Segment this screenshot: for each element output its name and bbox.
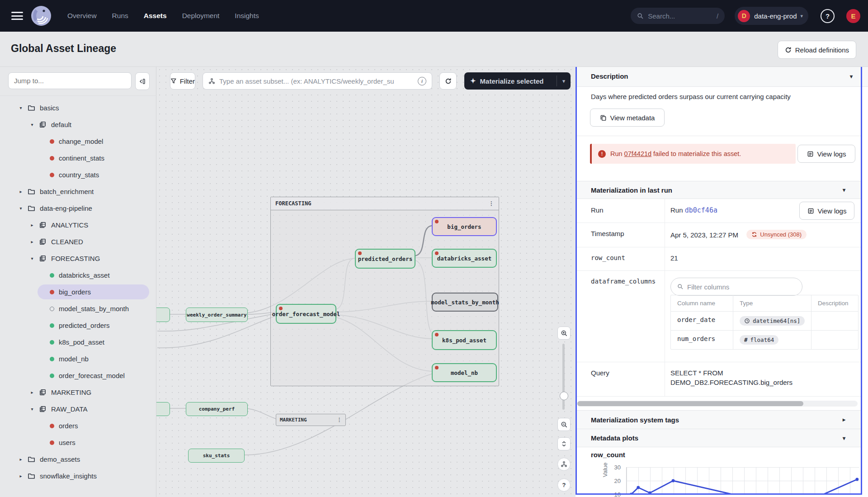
tree-item-databricks_asset[interactable]: databricks_asset (0, 267, 156, 284)
dataframe-columns-value: Filter columns Column name Type Descript… (665, 270, 861, 362)
filter-columns-input[interactable]: Filter columns (670, 278, 802, 296)
refresh-graph-button[interactable] (439, 72, 457, 90)
hamburger-menu-icon[interactable] (11, 12, 23, 20)
chevron-down-icon[interactable]: ▾ (850, 73, 853, 80)
tree-item-marketing[interactable]: ▸MARKETING (0, 384, 156, 401)
caret-right-icon[interactable]: ▸ (18, 473, 24, 478)
search-icon (637, 13, 644, 19)
caret-right-icon[interactable]: ▸ (18, 189, 24, 194)
graph-node-databricks_asset[interactable]: databricks_asset (432, 249, 497, 268)
refresh-icon (445, 78, 452, 85)
graph-layout-button[interactable] (557, 458, 571, 471)
nav-link-overview[interactable]: Overview (67, 12, 97, 20)
caret-right-icon[interactable]: ▸ (29, 390, 35, 395)
view-logs-button[interactable]: View logs (797, 145, 855, 163)
caret-down-icon[interactable]: ▾ (29, 256, 35, 261)
nav-link-runs[interactable]: Runs (112, 12, 128, 20)
tree-item-orders[interactable]: orders (0, 417, 156, 434)
caret-right-icon[interactable]: ▸ (29, 239, 35, 244)
run-id-link[interactable]: db0cf46a (685, 206, 717, 214)
caret-down-icon[interactable]: ▾ (18, 206, 24, 211)
nav-link-insights[interactable]: Insights (235, 12, 259, 20)
graph-node-k8s_pod_asset[interactable]: k8s_pod_asset (432, 330, 497, 350)
graph-node-predicted_orders[interactable]: predicted_orders (355, 249, 415, 269)
graph-node-weekly_order_summary[interactable]: weekly_order_summary (186, 308, 248, 322)
zoom-in-button[interactable] (557, 327, 571, 340)
deployment-switcher[interactable]: D data-eng-prod ▾ (735, 7, 808, 25)
graph-node-model_stats_by_month[interactable]: model_stats_by_month (432, 293, 498, 312)
caret-down-icon[interactable]: ▾ (18, 105, 24, 110)
node-status-dot (435, 220, 439, 223)
global-search-input[interactable]: Search... / (631, 8, 725, 24)
tree-item-big_orders[interactable]: big_orders (0, 284, 156, 300)
view-metadata-button[interactable]: View metadata (590, 109, 665, 127)
collapse-sidebar-button[interactable] (135, 72, 150, 90)
graph-node-company_perf[interactable]: company_perf (186, 402, 248, 416)
chevron-down-icon[interactable]: ▾ (557, 78, 571, 84)
jump-to-input[interactable] (8, 72, 132, 89)
graph-node-cutoff-1[interactable] (156, 308, 170, 322)
tree-item-order_forecast_model[interactable]: order_forecast_model (0, 367, 156, 384)
metadata-plots-section-header[interactable]: Metadata plots ▾ (576, 429, 861, 447)
scrollbar-thumb[interactable] (577, 401, 803, 406)
tree-item-data-eng-pipeline[interactable]: ▾data-eng-pipeline (0, 200, 156, 217)
tree-item-batch_enrichment[interactable]: ▸batch_enrichment (0, 183, 156, 200)
lineage-graph-canvas[interactable]: FORECASTING⋮ big_orders predicted_orders… (156, 66, 576, 497)
info-icon[interactable]: i (418, 77, 426, 85)
unsynced-badge[interactable]: Unsynced (308) (746, 230, 807, 239)
graph-node-cutoff-2[interactable] (156, 402, 170, 416)
tree-item-model_stats_by_month[interactable]: model_stats_by_month (0, 300, 156, 317)
asset-subset-input[interactable]: Type an asset subset... (ex: ANALYTICS/w… (203, 72, 432, 90)
tree-item-analytics[interactable]: ▸ANALYTICS (0, 217, 156, 233)
group-menu-icon[interactable]: ⋮ (489, 200, 494, 207)
tree-item-predicted_orders[interactable]: predicted_orders (0, 317, 156, 334)
caret-right-icon[interactable]: ▸ (18, 457, 24, 462)
tree-item-users[interactable]: users (0, 434, 156, 451)
group-menu-icon[interactable]: ⋮ (337, 417, 342, 423)
caret-down-icon[interactable]: ▾ (29, 407, 35, 412)
group-marketing-collapsed[interactable]: MARKETING⋮ (276, 414, 346, 426)
help-button[interactable]: ? (821, 9, 835, 23)
refresh-icon (785, 47, 792, 53)
chevron-down-icon[interactable]: ▾ (843, 435, 845, 441)
tree-item-change_model[interactable]: change_model (0, 133, 156, 150)
collapse-groups-button[interactable] (557, 437, 571, 450)
materialize-selected-button[interactable]: ✦ Materialize selected ▾ (464, 72, 571, 90)
group-forecasting-title[interactable]: FORECASTING⋮ (271, 197, 499, 210)
zoom-out-button[interactable] (557, 418, 571, 431)
horizontal-scrollbar[interactable] (577, 401, 858, 407)
caret-right-icon[interactable]: ▸ (29, 222, 35, 227)
run-id-link[interactable]: 07f4421d (624, 150, 651, 157)
zoom-slider-handle[interactable] (560, 392, 568, 400)
tree-item-cleaned[interactable]: ▸CLEANED (0, 233, 156, 250)
tree-item-raw_data[interactable]: ▾RAW_DATA (0, 401, 156, 417)
y-tick-30: 30 (607, 464, 621, 471)
graph-node-model_nb[interactable]: model_nb (432, 363, 497, 382)
tree-item-country_stats[interactable]: country_stats (0, 166, 156, 183)
tree-item-demo_assets[interactable]: ▸demo_assets (0, 451, 156, 468)
nav-link-deployment[interactable]: Deployment (182, 12, 220, 20)
canvas-help-button[interactable]: ? (557, 478, 571, 492)
tree-item-k8s_pod_asset[interactable]: k8s_pod_asset (0, 334, 156, 350)
tree-item-default[interactable]: ▾default (0, 116, 156, 133)
system-tags-section-header[interactable]: Materialization system tags ▸ (576, 410, 861, 429)
graph-node-order_forecast_model[interactable]: order_forecast_model (276, 304, 336, 324)
tree-item-basics[interactable]: ▾basics (0, 99, 156, 116)
user-avatar[interactable]: E (846, 9, 860, 23)
nav-link-assets[interactable]: Assets (144, 12, 167, 20)
chevron-right-icon[interactable]: ▸ (843, 417, 845, 423)
tree-item-snowflake_insights[interactable]: ▸snowflake_insights (0, 468, 156, 484)
filter-button[interactable]: Filter (170, 72, 195, 90)
view-logs-button[interactable]: View logs (799, 202, 854, 220)
description-section-header[interactable]: Description ▾ (576, 66, 868, 87)
materialization-section-header[interactable]: Materialization in last run ▾ (576, 181, 861, 199)
tree-item-forecasting[interactable]: ▾FORECASTING (0, 250, 156, 267)
reload-definitions-button[interactable]: Reload definitions (778, 41, 856, 59)
graph-node-sku_stats[interactable]: sku_stats (188, 449, 245, 463)
caret-down-icon[interactable]: ▾ (29, 122, 35, 127)
chevron-down-icon[interactable]: ▾ (843, 187, 845, 193)
tree-item-continent_stats[interactable]: continent_stats (0, 150, 156, 166)
tree-item-model_nb[interactable]: model_nb (0, 350, 156, 367)
dagster-logo-icon[interactable] (30, 5, 52, 27)
graph-node-big_orders[interactable]: big_orders (432, 217, 497, 236)
